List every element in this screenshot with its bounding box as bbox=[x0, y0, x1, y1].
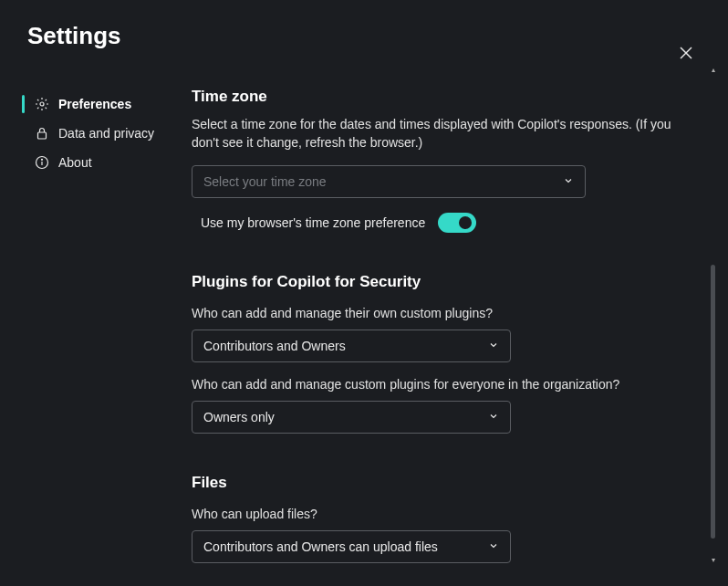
sidebar: Preferences Data and privacy About bbox=[27, 88, 192, 575]
sidebar-item-preferences[interactable]: Preferences bbox=[27, 89, 192, 119]
sidebar-item-label: Preferences bbox=[58, 97, 131, 111]
lock-icon bbox=[35, 126, 49, 141]
chevron-down-icon bbox=[488, 339, 499, 353]
svg-point-6 bbox=[42, 159, 43, 160]
scroll-down-arrow[interactable]: ▾ bbox=[712, 556, 715, 564]
close-icon bbox=[679, 46, 693, 60]
files-upload-select-value: Contributors and Owners can upload files bbox=[203, 539, 438, 554]
files-heading: Files bbox=[192, 474, 686, 492]
chevron-down-icon bbox=[563, 174, 574, 189]
scroll-up-arrow[interactable]: ▴ bbox=[712, 66, 715, 74]
info-icon bbox=[35, 155, 49, 170]
sidebar-item-label: About bbox=[58, 155, 92, 170]
svg-rect-3 bbox=[38, 132, 47, 139]
gear-icon bbox=[35, 97, 49, 111]
sidebar-item-data-privacy[interactable]: Data and privacy bbox=[27, 119, 192, 148]
chevron-down-icon bbox=[488, 539, 499, 554]
plugins-own-select[interactable]: Contributors and Owners bbox=[192, 330, 511, 362]
close-button[interactable] bbox=[671, 38, 701, 68]
timezone-description: Select a time zone for the dates and tim… bbox=[192, 115, 684, 152]
svg-point-2 bbox=[40, 102, 44, 106]
sidebar-item-label: Data and privacy bbox=[58, 126, 154, 141]
files-upload-select[interactable]: Contributors and Owners can upload files bbox=[192, 530, 511, 563]
timezone-select-value: Select your time zone bbox=[203, 174, 327, 189]
plugins-section: Plugins for Copilot for Security Who can… bbox=[192, 273, 686, 434]
plugins-q1-label: Who can add and manage their own custom … bbox=[192, 306, 686, 320]
plugins-own-select-value: Contributors and Owners bbox=[203, 339, 346, 353]
timezone-heading: Time zone bbox=[192, 88, 686, 106]
main-content: Time zone Select a time zone for the dat… bbox=[192, 88, 701, 575]
plugins-org-select-value: Owners only bbox=[203, 410, 275, 424]
timezone-section: Time zone Select a time zone for the dat… bbox=[192, 88, 686, 233]
timezone-select[interactable]: Select your time zone bbox=[192, 165, 586, 198]
plugins-heading: Plugins for Copilot for Security bbox=[192, 273, 686, 291]
browser-tz-toggle-label: Use my browser's time zone preference bbox=[201, 215, 425, 230]
plugins-q2-label: Who can add and manage custom plugins fo… bbox=[192, 377, 686, 392]
chevron-down-icon bbox=[488, 410, 499, 424]
files-q1-label: Who can upload files? bbox=[192, 507, 686, 521]
files-section: Files Who can upload files? Contributors… bbox=[192, 474, 686, 563]
plugins-org-select[interactable]: Owners only bbox=[192, 401, 511, 434]
browser-tz-toggle[interactable] bbox=[438, 213, 476, 233]
page-title: Settings bbox=[27, 22, 121, 50]
scrollbar-thumb[interactable] bbox=[711, 265, 715, 539]
sidebar-item-about[interactable]: About bbox=[27, 148, 192, 177]
toggle-knob bbox=[459, 216, 472, 229]
